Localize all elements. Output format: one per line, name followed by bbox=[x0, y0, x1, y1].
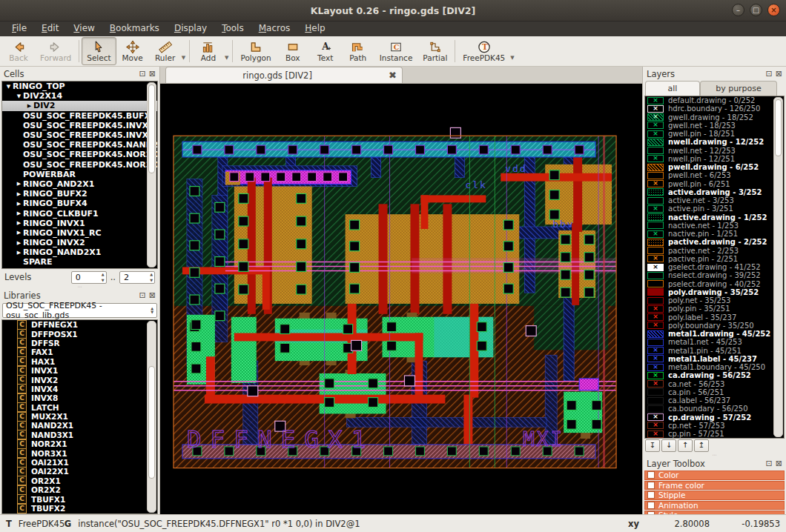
expand-closed-icon[interactable]: ▶ bbox=[25, 103, 33, 109]
layout-canvas[interactable]: vdd clk bbv DFFNEGX1 MXI bbox=[160, 84, 642, 514]
levels-from-arrows[interactable]: ▲▼ bbox=[102, 273, 105, 282]
cell-tree-item-ringo_bufx2[interactable]: ▶RINGO_BUFX2 bbox=[2, 189, 157, 199]
cell-tree-item-osu_soc_freepdk45.nor3x1[interactable]: OSU_SOC_FREEPDK45.NOR3X1 bbox=[2, 160, 157, 170]
library-item-fax1[interactable]: CFAX1 bbox=[2, 348, 157, 356]
libraries-list[interactable]: CDFFNEGX1CDFFPOSX1CDFFSRCFAX1CHAX1CINVX1… bbox=[1, 319, 158, 514]
library-item-tbufx2[interactable]: CTBUFX2 bbox=[2, 504, 157, 513]
cells-scrollbar[interactable] bbox=[147, 82, 156, 267]
menu-view[interactable]: View bbox=[66, 21, 102, 36]
menu-tools[interactable]: Tools bbox=[214, 21, 251, 36]
toolbar-button-forward[interactable]: Forward bbox=[35, 37, 76, 65]
expand-closed-icon[interactable]: ▶ bbox=[15, 191, 23, 197]
close-button[interactable]: × bbox=[767, 4, 780, 16]
layer-swatch[interactable]: × bbox=[647, 313, 664, 321]
layer-row-gwell.net[interactable]: ×gwell.net - 18/253 bbox=[645, 122, 784, 130]
library-item-oai22x1[interactable]: COAI22X1 bbox=[2, 467, 157, 476]
layer-row-default.drawing[interactable]: ×default.drawing - 0/252 bbox=[645, 96, 784, 104]
layer-row-poly.pin[interactable]: ×poly.pin - 35/251 bbox=[645, 305, 784, 313]
cell-tree-item-powerbar[interactable]: POWERBAR bbox=[2, 170, 157, 179]
library-item-xnor2x1[interactable]: CXNOR2X1 bbox=[2, 513, 157, 514]
cells-close-icon[interactable]: ⊠ bbox=[149, 70, 156, 78]
layer-swatch[interactable]: × bbox=[647, 255, 664, 262]
layer-row-active.drawing[interactable]: active.drawing - 3/252 bbox=[645, 188, 784, 196]
layer-row-cp.net[interactable]: ×cp.net - 57/253 bbox=[645, 422, 784, 430]
tab-by-purpose[interactable]: by purpose bbox=[700, 81, 777, 96]
layer-swatch[interactable] bbox=[647, 388, 664, 396]
layer-swatch[interactable] bbox=[647, 339, 664, 346]
levels-to-spinner[interactable]: 2 ▲▼ bbox=[119, 271, 155, 284]
dropdown-caret-icon[interactable]: ▼ bbox=[182, 41, 187, 61]
layer-row-cp.pin[interactable]: ×cp.pin - 57/251 bbox=[645, 430, 784, 438]
layer-swatch[interactable]: × bbox=[647, 264, 664, 271]
layer-row-nwell.net[interactable]: nwell.net - 12/253 bbox=[645, 147, 784, 155]
layer-row-ca.pin[interactable]: ca.pin - 56/251 bbox=[645, 388, 784, 396]
toolbox-close-icon[interactable]: ⊠ bbox=[776, 459, 782, 468]
cells-tree[interactable]: ▼RINGO_TOP▼DIV2X14▶DIV2OSU_SOC_FREEPDK45… bbox=[1, 81, 158, 269]
toolbar-button-instance[interactable]: CInstance bbox=[374, 37, 418, 65]
cell-tree-item-ringo_invx2[interactable]: ▶RINGO_INVX2 bbox=[2, 238, 157, 247]
layer-row-pactive.pin[interactable]: ×pactive.pin - 2/251 bbox=[645, 255, 784, 263]
menu-help[interactable]: Help bbox=[297, 21, 332, 36]
cell-tree-item-ringo_invx1[interactable]: ▶RINGO_INVX1 bbox=[2, 219, 157, 228]
layer-row-nactive.pin[interactable]: ×nactive.pin - 1/251 bbox=[645, 230, 784, 238]
expand-closed-icon[interactable]: ▶ bbox=[15, 210, 23, 216]
cell-tree-item-osu_soc_freepdk45.nor2x1[interactable]: OSU_SOC_FREEPDK45.NOR2X1 bbox=[2, 150, 157, 159]
layer-swatch[interactable]: × bbox=[647, 422, 664, 429]
tab-close-icon[interactable]: ✖ bbox=[389, 70, 397, 80]
toolbar-button-move[interactable]: Move bbox=[116, 37, 149, 65]
layer-row-nwell.pin[interactable]: ×nwell.pin - 12/251 bbox=[645, 155, 784, 163]
cell-tree-item-osu_soc_freepdk45.invx2[interactable]: OSU_SOC_FREEPDK45.INVX2 bbox=[2, 121, 157, 130]
library-item-oai21x1[interactable]: COAI21X1 bbox=[2, 458, 157, 467]
dropdown-caret-icon[interactable]: ▼ bbox=[225, 41, 230, 61]
expand-closed-icon[interactable]: ▶ bbox=[15, 240, 23, 246]
cell-tree-item-ringo_bufx4[interactable]: ▶RINGO_BUFX4 bbox=[2, 199, 157, 208]
menu-bookmarks[interactable]: Bookmarks bbox=[102, 21, 167, 36]
layer-row-metal1.boundary[interactable]: ×metal1.boundary - 45/250 bbox=[645, 363, 784, 371]
cells-scrollbar-thumb[interactable] bbox=[148, 84, 155, 173]
toolbar-button-box[interactable]: Box bbox=[277, 37, 309, 65]
layer-swatch[interactable]: × bbox=[647, 105, 664, 113]
library-selector-arrows[interactable]: ▲▼ bbox=[151, 307, 153, 314]
layer-row-pwell.net[interactable]: pwell.net - 6/253 bbox=[645, 171, 784, 179]
dropdown-caret-icon[interactable]: ▼ bbox=[510, 41, 515, 61]
layer-row-cp.drawing[interactable]: ×cp.drawing - 57/252 bbox=[645, 413, 784, 422]
cell-tree-item-spare2[interactable]: SPARE2 bbox=[2, 267, 157, 269]
toolbox-row-animation[interactable]: Animation bbox=[644, 501, 785, 511]
move-top-icon[interactable]: ↥ bbox=[694, 439, 709, 452]
layer-swatch[interactable]: × bbox=[647, 380, 664, 388]
layer-swatch[interactable]: × bbox=[647, 205, 664, 213]
layer-row-metal1.net[interactable]: metal1.net - 45/253 bbox=[645, 338, 784, 346]
expander-box-icon[interactable] bbox=[647, 471, 655, 479]
libraries-float-icon[interactable]: ⊡ bbox=[139, 291, 146, 299]
layer-swatch[interactable] bbox=[647, 397, 664, 405]
cell-tree-item-ringo_clkbuf1[interactable]: ▶RINGO_CLKBUF1 bbox=[2, 208, 157, 218]
library-item-invx1[interactable]: CINVX1 bbox=[2, 366, 157, 375]
layer-swatch[interactable]: × bbox=[647, 113, 664, 121]
cell-tree-item-ringo_invx1_rc[interactable]: ▶RINGO_INVX1_RC bbox=[2, 228, 157, 238]
cell-tree-item-ringo_top[interactable]: ▼RINGO_TOP bbox=[2, 82, 157, 91]
maximize-button[interactable]: □ bbox=[750, 4, 762, 16]
layer-row-gselect.drawing[interactable]: ×gselect.drawing - 41/252 bbox=[645, 263, 784, 271]
menu-macros[interactable]: Macros bbox=[251, 21, 298, 36]
cell-tree-item-osu_soc_freepdk45.bufx4[interactable]: OSU_SOC_FREEPDK45.BUFX4 bbox=[2, 111, 157, 121]
layer-swatch[interactable] bbox=[647, 188, 664, 196]
toolbar-button-text[interactable]: AText bbox=[309, 37, 342, 65]
layer-row-gwell.drawing[interactable]: ×gwell.drawing - 18/252 bbox=[645, 113, 784, 122]
layer-swatch[interactable] bbox=[647, 288, 664, 296]
layer-row-nactive.net[interactable]: nactive.net - 1/253 bbox=[645, 222, 784, 230]
library-item-dffnegx1[interactable]: CDFFNEGX1 bbox=[2, 320, 157, 329]
toolbar-button-path[interactable]: Path bbox=[342, 37, 374, 65]
library-item-mux2x1[interactable]: CMUX2X1 bbox=[2, 412, 157, 421]
library-item-invx4[interactable]: CINVX4 bbox=[2, 385, 157, 393]
toolbar-button-polygon[interactable]: Polygon bbox=[235, 37, 276, 65]
library-item-hax1[interactable]: CHAX1 bbox=[2, 357, 157, 366]
layer-row-nactive.drawing[interactable]: nactive.drawing - 1/252 bbox=[645, 213, 784, 222]
cell-tree-item-ringo_and2x1[interactable]: ▶RINGO_AND2X1 bbox=[2, 179, 157, 189]
expand-closed-icon[interactable]: ▶ bbox=[15, 230, 23, 236]
layer-swatch[interactable] bbox=[647, 164, 664, 171]
menu-file[interactable]: File bbox=[4, 21, 34, 36]
expander-box-icon[interactable] bbox=[647, 491, 655, 499]
layer-row-poly.drawing[interactable]: poly.drawing - 35/252 bbox=[645, 288, 784, 296]
libraries-scrollbar[interactable] bbox=[147, 321, 156, 513]
layer-swatch[interactable]: × bbox=[647, 364, 664, 371]
